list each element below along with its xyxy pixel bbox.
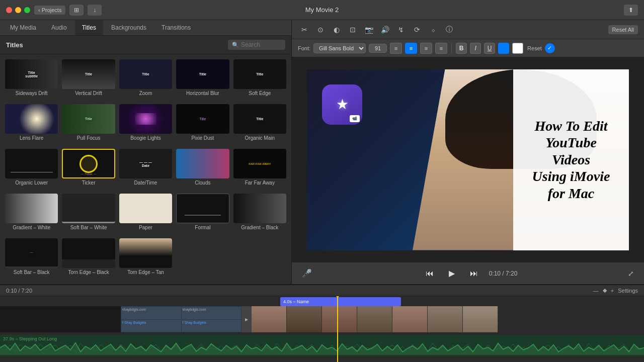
- title-card-soft-edge[interactable]: Title Soft Edge: [232, 58, 287, 101]
- timeline-tracks: 4.0s – Name shaybdgts.com shaybdgts.com …: [0, 296, 644, 362]
- font-size-input[interactable]: [369, 44, 387, 53]
- title-thumb-boogie-lights: [119, 104, 172, 134]
- title-card-gradient-black[interactable]: Gradient – Black: [232, 193, 287, 235]
- title-clip[interactable]: 4.0s – Name: [280, 297, 401, 306]
- title-card-far-far-away[interactable]: FAR FAR AWAY Far Far Away: [232, 148, 287, 191]
- layout-toggle-button[interactable]: ⊞: [69, 5, 84, 16]
- settings-label[interactable]: Settings: [618, 288, 638, 294]
- title-card-gradient-white[interactable]: Gradient – White: [4, 193, 59, 235]
- share-button[interactable]: ⬆: [624, 5, 638, 16]
- clip-action-button[interactable]: ▶: [242, 306, 252, 332]
- title-label: Pull Focus: [77, 135, 101, 141]
- imovie-logo: ★ 📹: [322, 84, 362, 125]
- person-clip-7[interactable]: [463, 306, 498, 332]
- title-card-zoom[interactable]: Title Zoom: [118, 58, 173, 101]
- bold-button[interactable]: B: [456, 43, 467, 54]
- title-thumb-organic-lower: [5, 149, 58, 178]
- background-color-button[interactable]: [512, 43, 523, 54]
- close-button[interactable]: [6, 7, 12, 13]
- title-card-boogie-lights[interactable]: Boogie Lights: [118, 103, 173, 146]
- tab-my-media[interactable]: My Media: [3, 20, 43, 35]
- title-card-lens-flare[interactable]: Lens Flare: [4, 103, 59, 146]
- person-clip-1[interactable]: [252, 306, 287, 332]
- title-thumb-paper: [119, 194, 172, 223]
- tab-backgrounds[interactable]: Backgrounds: [104, 20, 153, 35]
- title-card-organic-main[interactable]: Title Organic Main: [232, 103, 287, 146]
- color-correction-icon[interactable]: ⊙: [314, 23, 327, 36]
- search-input[interactable]: [241, 41, 281, 48]
- video-clip-dark[interactable]: [0, 306, 121, 332]
- playback-controls: 🎤 ⏮ ▶ ⏭ 0:10 / 7:20 ⤢: [292, 262, 644, 284]
- tab-transitions[interactable]: Transitions: [154, 20, 198, 35]
- microphone-button[interactable]: 🎤: [302, 268, 312, 278]
- skip-forward-button[interactable]: ⏭: [467, 266, 481, 281]
- title-label: Boogie Lights: [130, 135, 161, 141]
- search-box[interactable]: 🔍: [228, 40, 285, 50]
- title-card-formal[interactable]: Formal: [175, 193, 230, 235]
- underline-button[interactable]: U: [484, 43, 495, 54]
- fullscreen-button[interactable]: ⤢: [628, 269, 634, 278]
- title-card-datetime[interactable]: — — —Date Date/Time: [118, 148, 173, 191]
- title-card-pull-focus[interactable]: Title Pull Focus: [61, 103, 116, 146]
- ticker-highlight-circle: [79, 155, 98, 173]
- stabilize-icon[interactable]: 📷: [362, 23, 375, 36]
- tab-titles[interactable]: Titles: [75, 20, 103, 35]
- video-clip-social[interactable]: shaybdgts.com shaybdgts.com f Shay Budge…: [121, 306, 242, 332]
- preview-area: ★ 📹 How To Edit: [292, 57, 644, 262]
- title-card-horiz-blur[interactable]: Title Horizontal Blur: [175, 58, 230, 101]
- align-justify-button[interactable]: ≡: [435, 43, 447, 54]
- align-left-button[interactable]: ≡: [390, 43, 402, 54]
- action-icon[interactable]: ⬦: [427, 23, 440, 36]
- title-thumb-pixie-dust: Title: [176, 104, 229, 134]
- audio-clip-label: 37.9s – Stepping Out Long: [3, 336, 57, 341]
- title-card-organic-lower[interactable]: Organic Lower: [4, 148, 59, 191]
- title-card-sideways-drift[interactable]: Titlesubtitle Sideways Drift: [4, 58, 59, 101]
- person-clip-5[interactable]: [392, 306, 428, 332]
- speed-icon[interactable]: ⟳: [411, 23, 424, 36]
- title-card-soft-bar-white[interactable]: Soft Bar – White: [61, 193, 116, 235]
- title-bar-right: ⬆: [624, 5, 638, 16]
- crop-tool-icon[interactable]: ✂: [298, 23, 311, 36]
- download-button[interactable]: ↓: [88, 5, 102, 16]
- title-card-pixie-dust[interactable]: Title Pixie Dust: [175, 103, 230, 146]
- title-label: Clouds: [195, 180, 210, 186]
- font-select[interactable]: Gill Sans Bold: [313, 43, 366, 53]
- font-color-button[interactable]: [498, 43, 509, 54]
- maximize-button[interactable]: [24, 7, 30, 13]
- title-card-torn-edge-tan[interactable]: Torn Edge – Tan: [118, 237, 173, 280]
- person-clip-6[interactable]: [428, 306, 463, 332]
- minimize-button[interactable]: [15, 7, 21, 13]
- search-icon: 🔍: [232, 42, 239, 48]
- chevron-left-icon: ‹: [38, 7, 40, 13]
- timeline-zoom-slider[interactable]: ◆: [603, 287, 607, 294]
- confirm-button[interactable]: ✓: [545, 43, 555, 53]
- title-card-paper[interactable]: Paper: [118, 193, 173, 235]
- volume-icon[interactable]: 🔊: [378, 23, 391, 36]
- tab-audio[interactable]: Audio: [44, 20, 74, 35]
- person-clip-3[interactable]: [322, 306, 357, 332]
- title-card-ticker[interactable]: — Ticker — Ticker: [61, 148, 116, 191]
- italic-button[interactable]: I: [470, 43, 481, 54]
- skip-back-button[interactable]: ⏮: [423, 266, 437, 281]
- title-card-torn-edge-black[interactable]: Torn Edge – Black: [61, 237, 116, 280]
- title-card-vertical-drift[interactable]: Title Vertical Drift: [61, 58, 116, 101]
- align-center-button[interactable]: ≡: [405, 43, 417, 54]
- color-balance-icon[interactable]: ◐: [330, 23, 343, 36]
- play-pause-button[interactable]: ▶: [445, 266, 459, 281]
- person-clip-4[interactable]: [357, 306, 392, 332]
- info-icon[interactable]: ⓘ: [443, 23, 456, 36]
- back-button[interactable]: ‹ Projects: [34, 6, 65, 15]
- playhead: [337, 296, 338, 362]
- align-right-button[interactable]: ≡: [420, 43, 432, 54]
- title-label: Torn Edge – Black: [68, 269, 109, 275]
- video-background: ★ 📹 How To Edit: [307, 69, 629, 250]
- crop-resize-icon[interactable]: ⊡: [346, 23, 359, 36]
- person-clip-2[interactable]: [287, 306, 322, 332]
- title-thumb-datetime: — — —Date: [119, 149, 172, 178]
- reset-button[interactable]: Reset: [527, 45, 542, 51]
- reset-all-button[interactable]: Reset All: [608, 25, 638, 34]
- font-label: Font:: [298, 45, 310, 51]
- noise-reduction-icon[interactable]: ↯: [394, 23, 408, 36]
- title-card-clouds[interactable]: Clouds: [175, 148, 230, 191]
- title-card-soft-bar-black[interactable]: — Soft Bar – Black: [4, 237, 59, 280]
